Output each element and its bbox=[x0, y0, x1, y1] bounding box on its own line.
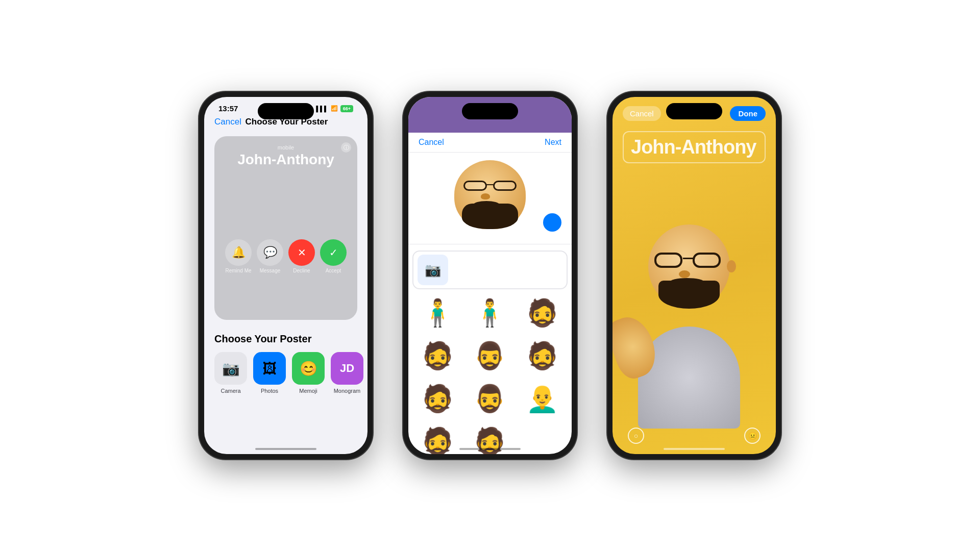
memoji-figure-1: 🧍‍♂️ bbox=[421, 297, 454, 329]
circle-icon[interactable]: ○ bbox=[628, 428, 644, 444]
signal-icon: ▌▌▌ bbox=[316, 106, 328, 112]
phone-1: 13:57 ▌▌▌ 📶 66+ Cancel Choose Your Poste… bbox=[199, 92, 373, 459]
photos-option-label: Photos bbox=[261, 388, 278, 394]
phone-3: Cancel Done John-Anthony bbox=[607, 92, 781, 459]
memoji-figure-10: 🧔 bbox=[421, 426, 454, 455]
message-label: Message bbox=[260, 268, 281, 273]
memoji-selector-icon[interactable]: 😐 bbox=[744, 428, 761, 444]
nose-large bbox=[679, 270, 690, 278]
memoji-item-7[interactable]: 🧔 bbox=[412, 378, 463, 419]
camera-select-icon[interactable]: 📷 bbox=[418, 255, 448, 285]
face-icon: 😐 bbox=[748, 432, 757, 440]
home-indicator-2 bbox=[459, 448, 521, 450]
decline-button[interactable]: ✕ bbox=[288, 239, 315, 266]
memoji-item-5[interactable]: 🧔‍♂️ bbox=[465, 335, 516, 376]
right-glass bbox=[493, 181, 517, 191]
memoji-icon: 😊 bbox=[300, 360, 317, 377]
camera-icon-2: 📷 bbox=[425, 262, 441, 278]
memoji-item-1[interactable]: 🧍‍♂️ bbox=[412, 292, 463, 333]
memoji-item-2[interactable]: 🧍‍♂️ bbox=[465, 292, 516, 333]
phone-3-screen: Cancel Done John-Anthony bbox=[612, 97, 776, 454]
memoji-item-4[interactable]: 🧔 bbox=[412, 335, 463, 376]
cancel-button-2[interactable]: Cancel bbox=[419, 138, 444, 147]
poster-option-camera[interactable]: 📷 Camera bbox=[214, 352, 247, 394]
wifi-icon: 📶 bbox=[331, 105, 338, 112]
time-display: 13:57 bbox=[218, 104, 238, 113]
cancel-button-1[interactable]: Cancel bbox=[214, 117, 241, 127]
photos-icon: 🖼 bbox=[262, 360, 277, 377]
next-button[interactable]: Next bbox=[545, 138, 561, 147]
contact-poster-preview-screen: Cancel Done John-Anthony bbox=[612, 97, 776, 454]
memoji-option-icon: 😊 bbox=[292, 352, 325, 385]
cancel-button-3[interactable]: Cancel bbox=[623, 106, 661, 121]
contact-name-display: John-Anthony bbox=[631, 136, 757, 158]
large-head bbox=[648, 224, 730, 309]
memoji-grid-header: 📷 bbox=[412, 251, 568, 289]
selected-indicator bbox=[543, 213, 561, 232]
divider bbox=[408, 244, 572, 244]
choose-poster-screen: 13:57 ▌▌▌ 📶 66+ Cancel Choose Your Poste… bbox=[204, 97, 368, 454]
info-icon[interactable]: ⓘ bbox=[341, 142, 351, 153]
poster-option-monogram[interactable]: JD Monogram bbox=[331, 352, 363, 394]
remind-icon: 🔔 bbox=[232, 246, 246, 259]
dynamic-island-2 bbox=[462, 103, 518, 119]
camera-icon: 📷 bbox=[222, 360, 240, 377]
memoji-figure-7: 🧔 bbox=[421, 383, 454, 414]
home-indicator-3 bbox=[664, 448, 725, 450]
memoji-item-9[interactable]: 👨‍🦲 bbox=[517, 378, 568, 419]
message-button[interactable]: 💬 bbox=[257, 239, 283, 266]
accept-button[interactable]: ✓ bbox=[320, 239, 347, 266]
camera-option-icon: 📷 bbox=[214, 352, 247, 385]
right-glass-large bbox=[693, 253, 721, 268]
poster-option-photos[interactable]: 🖼 Photos bbox=[253, 352, 286, 394]
phone-2: Cancel Next bbox=[403, 92, 577, 459]
memoji-item-8[interactable]: 🧔‍♂️ bbox=[465, 378, 516, 419]
memoji-item-3[interactable]: 🧔 bbox=[517, 292, 568, 333]
left-glass-large bbox=[654, 253, 682, 268]
nav-bar-2: Cancel Next bbox=[408, 133, 572, 153]
memoji-figure-9: 👨‍🦲 bbox=[526, 383, 559, 414]
memoji-figure-3: 🧔 bbox=[526, 297, 559, 329]
poster-option-memoji[interactable]: 😊 Memoji bbox=[292, 352, 325, 394]
memoji-preview bbox=[449, 158, 531, 239]
done-button[interactable]: Done bbox=[730, 106, 766, 121]
monogram-option-icon: JD bbox=[331, 352, 363, 385]
record-icon: ○ bbox=[634, 432, 638, 440]
accept-label: Accept bbox=[326, 268, 341, 273]
accept-action[interactable]: ✓ Accept bbox=[320, 239, 347, 273]
remind-action[interactable]: 🔔 Remind Me bbox=[225, 239, 252, 273]
photos-option-icon: 🖼 bbox=[253, 352, 286, 385]
call-label: mobile bbox=[223, 144, 349, 151]
memoji-figure-6: 🧔 bbox=[526, 340, 559, 371]
memoji-top-area bbox=[408, 97, 572, 133]
decline-action[interactable]: ✕ Decline bbox=[288, 239, 315, 273]
memoji-picker-screen: Cancel Next bbox=[408, 97, 572, 454]
large-memoji-container bbox=[612, 224, 776, 429]
memoji-item-10[interactable]: 🧔 bbox=[412, 421, 463, 454]
decline-icon: ✕ bbox=[298, 246, 306, 259]
large-memoji bbox=[612, 224, 766, 429]
bridge-large bbox=[683, 258, 693, 259]
remind-button[interactable]: 🔔 bbox=[225, 239, 252, 266]
decline-label: Decline bbox=[293, 268, 310, 273]
contact-name-box: John-Anthony bbox=[623, 131, 766, 163]
poster-section: Choose Your Poster 📷 Camera 🖼 Photos bbox=[204, 325, 368, 398]
memoji-grid-container[interactable]: 📷 🧍‍♂️ 🧍‍♂️ 🧔 🧔 bbox=[408, 246, 572, 454]
call-card: ⓘ mobile John-Anthony 🔔 Remind Me 💬 bbox=[214, 136, 357, 320]
left-glass bbox=[463, 181, 487, 191]
memoji-figure-4: 🧔 bbox=[421, 340, 454, 371]
monogram-icon: JD bbox=[340, 362, 354, 375]
status-icons: ▌▌▌ 📶 66+ bbox=[316, 105, 353, 112]
message-action[interactable]: 💬 Message bbox=[257, 239, 283, 273]
memoji-item-6[interactable]: 🧔 bbox=[517, 335, 568, 376]
memoji-grid: 🧍‍♂️ 🧍‍♂️ 🧔 🧔 🧔‍♂️ bbox=[412, 292, 568, 454]
monogram-option-label: Monogram bbox=[334, 388, 361, 394]
memoji-head bbox=[454, 160, 526, 229]
phone-2-screen: Cancel Next bbox=[408, 97, 572, 454]
accept-icon: ✓ bbox=[329, 246, 338, 259]
mustache-large bbox=[670, 278, 704, 286]
battery-icon: 66+ bbox=[340, 105, 353, 112]
phone-1-screen: 13:57 ▌▌▌ 📶 66+ Cancel Choose Your Poste… bbox=[204, 97, 368, 454]
call-actions: 🔔 Remind Me 💬 Message ✕ D bbox=[223, 239, 349, 273]
memoji-figure-5: 🧔‍♂️ bbox=[473, 340, 506, 371]
